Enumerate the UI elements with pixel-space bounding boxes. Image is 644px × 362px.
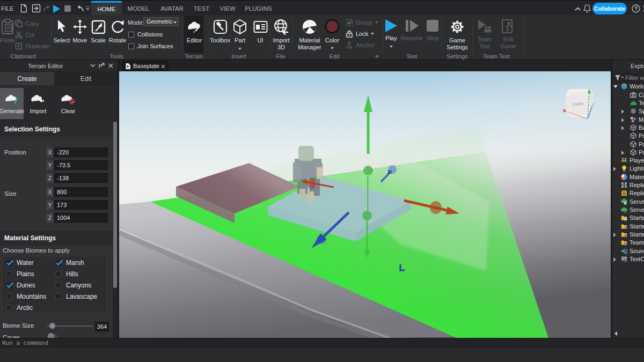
svg-text:?: ? — [634, 6, 638, 12]
svg-text:z: z — [592, 102, 595, 106]
